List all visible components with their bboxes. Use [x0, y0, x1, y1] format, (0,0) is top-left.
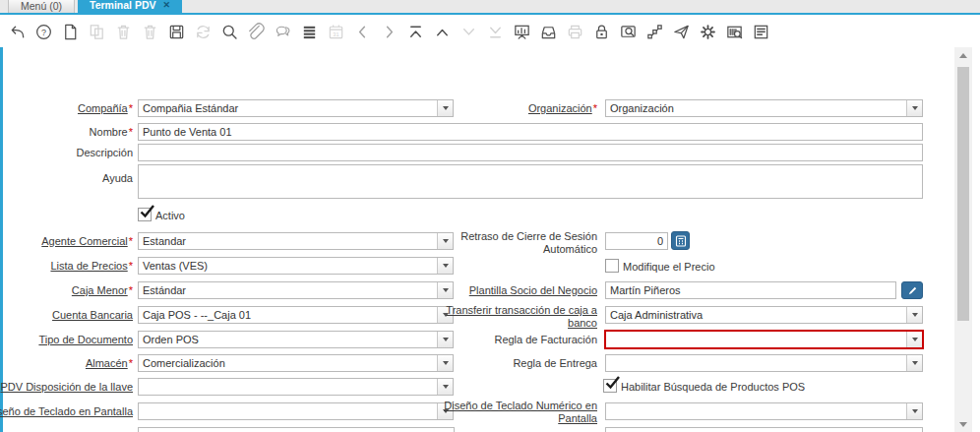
chevron-down-icon[interactable]	[906, 355, 922, 371]
habilitar-busqueda-checkbox[interactable]	[603, 379, 617, 393]
plantilla-socio-input[interactable]	[605, 281, 896, 299]
preferences-icon[interactable]	[698, 23, 717, 42]
chevron-down-icon[interactable]	[906, 307, 922, 323]
regla-entrega-combo[interactable]	[605, 354, 923, 372]
chevron-down-icon[interactable]	[437, 282, 453, 298]
regla-entrega-value[interactable]	[606, 355, 906, 371]
print-icon	[565, 23, 584, 42]
caja-menor-value[interactable]: Estándar	[139, 282, 437, 298]
first-record-icon[interactable]	[405, 23, 425, 42]
cuenta-bancaria-combo[interactable]: Caja POS - --_Caja 01	[138, 306, 454, 324]
regla-facturacion-value[interactable]	[606, 332, 906, 347]
chevron-down-icon[interactable]	[906, 403, 922, 419]
request-icon[interactable]	[671, 23, 691, 42]
diseno-teclado-numerico-value[interactable]	[606, 403, 906, 419]
organizacion-combo[interactable]: Organización	[605, 99, 923, 117]
chevron-down-icon[interactable]	[906, 100, 922, 116]
tab-terminal-pdv[interactable]: Terminal PDV ✕	[78, 0, 182, 13]
ayuda-textarea[interactable]	[138, 164, 923, 199]
tipo-documento-combo[interactable]: Orden POS	[138, 331, 454, 348]
almacen-value[interactable]: Comercialización	[139, 355, 437, 371]
compania-label[interactable]: Compañía*	[78, 102, 133, 115]
descripcion-input[interactable]	[138, 144, 923, 161]
caja-menor-combo[interactable]: Estándar	[138, 281, 454, 299]
chevron-down-icon[interactable]	[437, 332, 453, 347]
tipo-documento-label[interactable]: Tipo de Documento	[38, 334, 133, 346]
cuenta-bancaria-label[interactable]: Cuenta Bancaria	[52, 309, 133, 322]
lista-precios-combo[interactable]: Ventas (VES)	[138, 257, 454, 275]
plantilla-socio-label[interactable]: Plantilla Socio del Negocio	[469, 284, 597, 297]
help-icon[interactable]: ?	[33, 23, 53, 42]
agente-comercial-combo[interactable]: Estandar	[138, 232, 454, 250]
diseno-teclado-value[interactable]	[139, 403, 437, 419]
scroll-up-icon[interactable]	[954, 47, 972, 63]
compania-combo[interactable]: Compañia Estándar	[138, 99, 454, 117]
chevron-down-icon[interactable]	[437, 379, 453, 395]
organizacion-value[interactable]: Organización	[606, 100, 906, 116]
last-record-icon	[485, 23, 505, 42]
almacen-combo[interactable]: Comercialización	[138, 354, 454, 372]
grid-toggle-icon[interactable]	[299, 23, 319, 42]
chevron-down-icon[interactable]	[906, 332, 922, 347]
regla-facturacion-label: Regla de Facturación	[494, 334, 597, 346]
tipo-documento-value[interactable]: Orden POS	[139, 332, 437, 347]
agente-comercial-label[interactable]: Agente Comercial*	[41, 235, 133, 248]
parent-record-icon[interactable]	[432, 23, 452, 42]
zoom-across-icon[interactable]	[618, 23, 638, 42]
lock-icon[interactable]	[591, 23, 611, 42]
calculator-button[interactable]	[671, 231, 690, 250]
registradora-input[interactable]	[605, 427, 923, 432]
undo-icon[interactable]	[7, 23, 27, 42]
cuenta-bancaria-value[interactable]: Caja POS - --_Caja 01	[139, 307, 437, 323]
diseno-teclado-numerico-combo[interactable]	[605, 402, 923, 420]
report-document-icon[interactable]	[751, 23, 770, 42]
pdv-disposicion-combo[interactable]	[138, 378, 454, 396]
pdv-disposicion-value[interactable]	[139, 379, 437, 395]
lista-precios-label[interactable]: Lista de Precios*	[50, 260, 133, 273]
new-record-icon[interactable]	[60, 23, 80, 42]
lista-precios-value[interactable]: Ventas (VES)	[139, 258, 437, 274]
report-icon[interactable]	[512, 23, 531, 42]
pdv-disposicion-label[interactable]: PDV Disposición de la llave	[0, 381, 133, 394]
nombre-input[interactable]	[138, 123, 923, 141]
transferir-caja-combo[interactable]: Caja Administrativa	[605, 306, 923, 324]
vertical-scrollbar[interactable]	[954, 47, 972, 432]
chevron-down-icon[interactable]	[437, 100, 453, 116]
chevron-right-icon[interactable]	[379, 23, 398, 42]
diseno-teclado-combo[interactable]	[138, 402, 454, 420]
detail-record-icon	[459, 23, 478, 42]
archive-icon[interactable]	[538, 23, 558, 42]
pos-terminal-window: Menú (0) Terminal PDV ✕ ? 31	[0, 0, 980, 432]
activo-checkbox[interactable]	[138, 208, 152, 221]
agente-comercial-value[interactable]: Estandar	[139, 233, 437, 249]
regla-facturacion-combo[interactable]	[604, 330, 924, 349]
delete-selection-icon	[140, 23, 159, 42]
scrollbar-thumb[interactable]	[957, 67, 969, 321]
workflow-icon[interactable]	[644, 23, 664, 42]
attachment-icon[interactable]	[246, 23, 266, 42]
tab-bar: Menú (0) Terminal PDV ✕	[0, 0, 980, 15]
edit-button[interactable]	[901, 281, 923, 299]
chevron-down-icon[interactable]	[437, 258, 453, 274]
diseno-teclado-label[interactable]: Diseño de Teclado en Pantalla	[0, 405, 133, 418]
scroll-down-icon[interactable]	[954, 416, 972, 432]
product-info-icon[interactable]	[724, 23, 744, 42]
retraso-cierre-input[interactable]	[605, 232, 668, 250]
transferir-caja-label[interactable]: Transferir transacción de caja a banco	[438, 304, 597, 330]
modifique-precio-checkbox[interactable]	[605, 259, 619, 273]
chat-icon[interactable]	[273, 23, 292, 42]
nombre-impresion-input[interactable]	[138, 427, 455, 432]
save-icon[interactable]	[166, 23, 186, 42]
find-icon[interactable]	[219, 23, 239, 42]
transferir-caja-value[interactable]: Caja Administrativa	[606, 307, 906, 323]
caja-menor-label[interactable]: Caja Menor*	[72, 284, 133, 297]
close-icon[interactable]: ✕	[163, 0, 171, 13]
compania-value[interactable]: Compañia Estándar	[139, 100, 437, 116]
tab-menu[interactable]: Menú (0)	[8, 0, 75, 13]
almacen-label[interactable]: Almacén*	[86, 357, 133, 370]
organizacion-label[interactable]: Organización*	[528, 102, 597, 115]
retraso-cierre-label: Retraso de Cierre de Sesión Automático	[443, 230, 597, 256]
chevron-down-icon[interactable]	[437, 355, 453, 371]
chevron-left-icon[interactable]	[352, 23, 372, 42]
diseno-teclado-numerico-label[interactable]: Diseño de Teclado Numérico en Pantalla	[443, 400, 597, 425]
